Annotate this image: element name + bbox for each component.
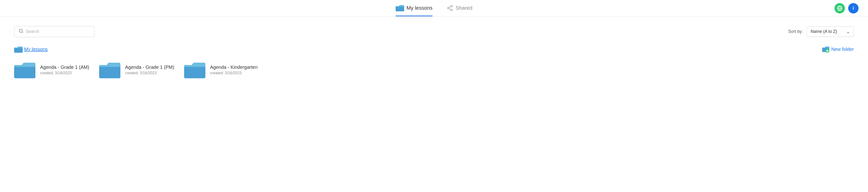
share-icon — [446, 5, 453, 11]
folder-icon — [396, 5, 404, 11]
tab-my-lessons-label: My lessons — [406, 5, 432, 11]
sort-by-label: Sort by: — [788, 29, 803, 34]
folder-date: created: 3/16/2023 — [210, 71, 257, 75]
search-box[interactable] — [14, 26, 94, 37]
folder-info: Agenda - Grade 1 (PM) created: 3/16/2023 — [125, 64, 174, 75]
search-icon — [19, 29, 23, 34]
folder-name: Agenda - Grade 1 (PM) — [125, 64, 174, 70]
folder-icon — [184, 61, 205, 78]
folder-date: created: 3/16/2023 — [40, 71, 89, 75]
tab-shared[interactable]: Shared — [446, 0, 472, 16]
svg-rect-15 — [14, 65, 35, 78]
main-content: Sort by: Name (A to Z) ⌄ My lessons — [0, 17, 868, 88]
folder-info: Agenda - Kindergarten created: 3/16/2023 — [210, 64, 257, 75]
svg-line-5 — [449, 7, 451, 8]
chevron-down-icon: ⌄ — [846, 29, 850, 34]
folder-name: Agenda - Grade 1 (AM) — [40, 64, 89, 70]
folder-card[interactable]: Agenda - Kindergarten created: 3/16/2023 — [184, 61, 260, 78]
tab-my-lessons[interactable]: My lessons — [396, 0, 432, 16]
sort-select[interactable]: Name (A to Z) ⌄ — [807, 26, 854, 37]
new-folder-plus-icon — [822, 46, 829, 53]
new-folder-label: New folder — [831, 47, 854, 52]
folders-grid: Agenda - Grade 1 (AM) created: 3/16/2023… — [14, 61, 854, 78]
search-input[interactable] — [26, 29, 90, 34]
folder-icon — [99, 61, 120, 78]
svg-rect-17 — [184, 65, 205, 78]
tab-group: My lessons Shared — [396, 0, 472, 16]
globe-button[interactable] — [835, 3, 845, 13]
folder-icon — [14, 61, 35, 78]
folder-card[interactable]: Agenda - Grade 1 (PM) created: 3/16/2023 — [99, 61, 175, 78]
breadcrumb-row: My lessons New folder — [14, 46, 854, 53]
new-folder-button[interactable]: New folder — [822, 46, 854, 53]
info-button[interactable]: i — [848, 3, 859, 13]
header-right: i — [835, 3, 859, 13]
tab-shared-label: Shared — [456, 5, 472, 11]
folder-name: Agenda - Kindergarten — [210, 64, 257, 70]
tab-bar: My lessons Shared — [0, 0, 868, 17]
svg-rect-10 — [14, 48, 23, 53]
folder-card[interactable]: Agenda - Grade 1 (AM) created: 3/16/2023 — [14, 61, 90, 78]
breadcrumb-label[interactable]: My lessons — [24, 47, 48, 52]
sort-row: Sort by: Name (A to Z) ⌄ — [788, 26, 854, 37]
folder-info: Agenda - Grade 1 (AM) created: 3/16/2023 — [40, 64, 89, 75]
toolbar-row: Sort by: Name (A to Z) ⌄ — [14, 26, 854, 37]
svg-rect-0 — [396, 6, 404, 11]
info-icon: i — [852, 5, 854, 11]
folder-date: created: 3/16/2023 — [125, 71, 174, 75]
breadcrumb: My lessons — [14, 46, 48, 52]
breadcrumb-folder-icon — [14, 46, 22, 52]
svg-line-4 — [449, 8, 451, 10]
svg-rect-16 — [99, 65, 120, 78]
svg-line-9 — [22, 32, 23, 33]
sort-value: Name (A to Z) — [811, 29, 837, 34]
